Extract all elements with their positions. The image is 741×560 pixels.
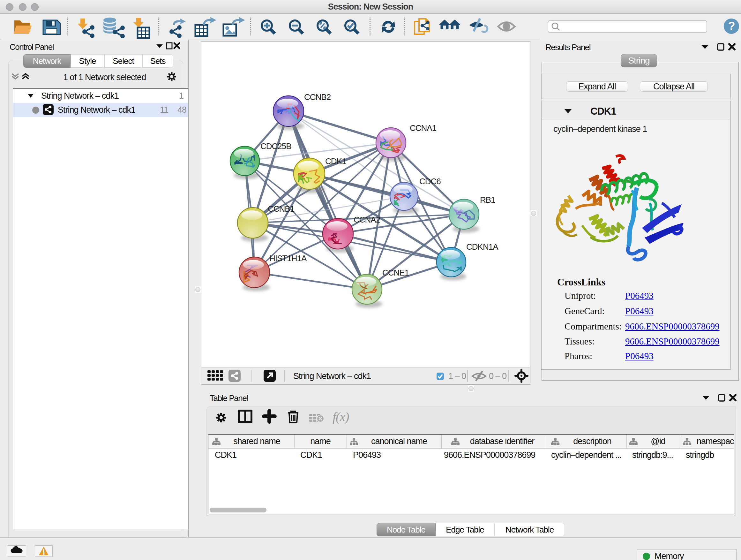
svg-text:CDC6: CDC6 <box>419 177 441 186</box>
svg-text:CCNA1: CCNA1 <box>410 123 436 133</box>
svg-text:1 – 0: 1 – 0 <box>448 371 466 381</box>
svg-text:f(x): f(x) <box>333 410 349 424</box>
svg-text:?: ? <box>728 19 735 33</box>
svg-text:RB1: RB1 <box>480 195 495 205</box>
svg-text:CDK1: CDK1 <box>325 157 346 166</box>
svg-text:String Network – cdk1: String Network – cdk1 <box>293 371 371 381</box>
svg-text:CCNA2: CCNA2 <box>354 215 381 225</box>
svg-text:CCNB1: CCNB1 <box>268 204 294 213</box>
svg-text:CDKN1A: CDKN1A <box>466 242 498 252</box>
svg-text:CCNE1: CCNE1 <box>382 268 409 277</box>
svg-text:0 – 0: 0 – 0 <box>489 371 507 381</box>
svg-text:CDC25B: CDC25B <box>260 141 291 151</box>
svg-text:CCNB2: CCNB2 <box>304 92 331 102</box>
svg-text:HIST1H1A: HIST1H1A <box>269 253 307 263</box>
